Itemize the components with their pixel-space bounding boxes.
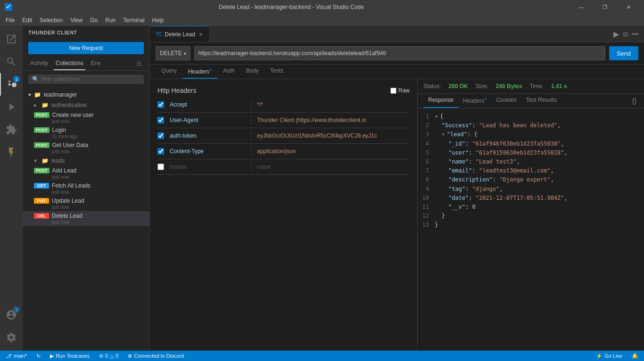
- run-icon[interactable]: ▶: [613, 30, 619, 39]
- request-fetch-all-leads[interactable]: GET Fetch All Leads just now: [23, 181, 149, 196]
- header-user-agent-value[interactable]: [255, 116, 410, 124]
- header-content-type-value[interactable]: [255, 147, 410, 156]
- format-button[interactable]: {}: [630, 95, 638, 107]
- layout-icon[interactable]: ⊟: [623, 31, 628, 38]
- header-auth-token-key[interactable]: [168, 131, 247, 140]
- line-number: 4: [418, 139, 435, 148]
- branch-item[interactable]: ⎇ main*: [4, 353, 29, 359]
- line-content: "_id": "61af946f630eb1d23fa55038",: [435, 139, 644, 148]
- go-live-label: Go Live: [604, 353, 622, 359]
- activity-run-debug[interactable]: [0, 96, 23, 118]
- account-badge: 1: [13, 306, 20, 313]
- expand-arrow[interactable]: ▾: [435, 113, 438, 120]
- header-content-type-key[interactable]: [168, 147, 247, 156]
- request-update-lead[interactable]: PUT Update Lead just now: [23, 196, 149, 211]
- search-input[interactable]: [41, 76, 140, 82]
- tab-delete-lead[interactable]: TC Delete Lead ×: [150, 26, 210, 42]
- run-testcases-item[interactable]: ▶ Run Testcases: [48, 353, 91, 359]
- header-empty-key[interactable]: [168, 163, 247, 171]
- activity-source-control[interactable]: 1: [0, 73, 23, 96]
- menu-view[interactable]: View: [66, 16, 86, 25]
- header-content-type-checkbox[interactable]: [157, 148, 164, 155]
- new-request-button[interactable]: New Request: [28, 42, 144, 54]
- menu-help[interactable]: Help: [149, 16, 168, 25]
- request-delete-lead[interactable]: DEL Delete Lead just now: [23, 211, 149, 226]
- activity-extensions[interactable]: [0, 118, 23, 141]
- run-testcases-label: Run Testcases: [56, 353, 90, 359]
- search-icon: 🔍: [32, 76, 39, 82]
- group-leads-header[interactable]: ▾ 📁 leads: [23, 156, 149, 166]
- send-button[interactable]: Send: [609, 46, 638, 60]
- sync-item[interactable]: ↻: [34, 353, 42, 359]
- request-time: just now: [34, 119, 144, 124]
- header-accept-key[interactable]: [168, 100, 247, 109]
- errors-item[interactable]: ⊘ 0 △ 0: [97, 353, 120, 359]
- resp-tab-response[interactable]: Response: [423, 94, 458, 108]
- menu-file[interactable]: File: [2, 16, 18, 25]
- header-user-agent-key[interactable]: [168, 116, 247, 124]
- header-accept-checkbox[interactable]: [157, 101, 164, 108]
- menu-selection[interactable]: Selection: [36, 16, 66, 25]
- request-login[interactable]: POST Login 11 mins ago: [23, 125, 149, 140]
- method-label: DELETE: [160, 50, 182, 57]
- menu-terminal[interactable]: Terminal: [119, 16, 148, 25]
- raw-checkbox[interactable]: Raw: [390, 87, 410, 94]
- expand-arrow[interactable]: ▾: [441, 131, 445, 138]
- method-put-badge: PUT: [34, 198, 49, 204]
- title-bar-left: [5, 3, 12, 11]
- menu-run[interactable]: Run: [101, 16, 119, 25]
- request-time: just now: [34, 149, 144, 154]
- tab-close-button[interactable]: ×: [198, 30, 204, 39]
- method-select[interactable]: DELETE ▾: [156, 46, 190, 60]
- menu-edit[interactable]: Edit: [18, 16, 36, 25]
- minimize-button[interactable]: —: [570, 0, 592, 14]
- resp-tab-cookies[interactable]: Cookies: [491, 94, 521, 108]
- maximize-button[interactable]: ❐: [594, 0, 616, 14]
- req-tab-tests[interactable]: Tests: [264, 65, 289, 79]
- collection-leadmanager-header[interactable]: ▾ 📁 leadmanager: [23, 90, 149, 100]
- collections-menu-icon[interactable]: ☰: [136, 57, 144, 70]
- time-value: 1.41 s: [551, 83, 567, 90]
- activity-settings[interactable]: [0, 326, 23, 349]
- method-post-badge: POST: [34, 142, 50, 148]
- request-add-lead[interactable]: POST Add Lead just now: [23, 166, 149, 181]
- header-auth-token-checkbox[interactable]: [157, 132, 164, 139]
- header-divider: [251, 147, 251, 156]
- header-accept-value[interactable]: [255, 100, 410, 109]
- req-tab-body[interactable]: Body: [240, 65, 264, 79]
- method-del-badge: DEL: [34, 213, 49, 219]
- menu-go[interactable]: Go: [86, 16, 101, 25]
- req-tab-auth[interactable]: Auth: [217, 65, 240, 79]
- tab-activity[interactable]: Activity: [28, 57, 50, 70]
- header-auth-token-value[interactable]: [255, 131, 410, 140]
- close-button[interactable]: ✕: [618, 0, 639, 14]
- resp-tab-headers[interactable]: Headers8: [458, 94, 491, 108]
- folder-icon: 📁: [34, 91, 41, 98]
- activity-account[interactable]: 1: [0, 304, 23, 326]
- raw-check[interactable]: [390, 88, 396, 94]
- tab-collections[interactable]: Collections: [54, 57, 85, 70]
- header-empty-value[interactable]: [255, 163, 410, 171]
- warning-count: 0: [116, 353, 118, 359]
- activity-search[interactable]: [0, 50, 23, 73]
- more-icon[interactable]: •••: [632, 31, 638, 38]
- connected-label: Connected to Discord: [134, 353, 184, 359]
- request-create-user[interactable]: POST Create new user just now: [23, 110, 149, 125]
- line-content: "user": "61af9159630eb1d23fa55028",: [435, 148, 644, 157]
- connected-item[interactable]: ⊕ Connected to Discord: [126, 353, 186, 359]
- header-user-agent-checkbox[interactable]: [157, 117, 164, 123]
- request-get-user-data[interactable]: POST Get User Data just now: [23, 140, 149, 156]
- req-tab-headers[interactable]: Headers4: [182, 65, 217, 79]
- req-tab-query[interactable]: Query: [156, 65, 182, 79]
- activity-thunder-client[interactable]: [0, 141, 23, 164]
- sync-icon: ↻: [36, 353, 41, 359]
- resp-tab-test-results[interactable]: Test Results: [521, 94, 561, 108]
- notifications-item[interactable]: 🔔: [630, 353, 640, 359]
- tab-env[interactable]: Env: [89, 57, 103, 70]
- go-live-item[interactable]: ⚡ Go Live: [594, 353, 624, 359]
- activity-explorer[interactable]: [0, 28, 23, 50]
- group-leads-label: leads: [51, 157, 65, 164]
- group-authentication-header[interactable]: ▸ 📁 authentication: [23, 100, 149, 110]
- url-input[interactable]: [194, 46, 605, 60]
- header-empty-checkbox[interactable]: [157, 164, 164, 170]
